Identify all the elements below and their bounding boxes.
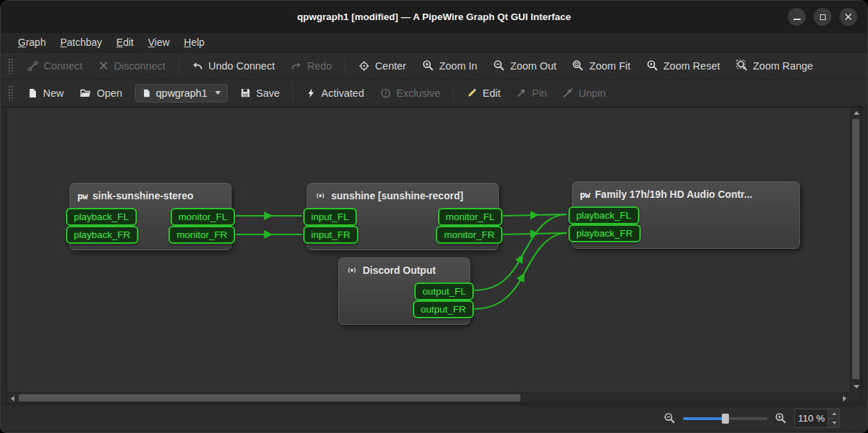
port-output-fl[interactable]: output_FL bbox=[414, 282, 474, 300]
spin-down-button[interactable] bbox=[829, 419, 839, 427]
scroll-left-button[interactable] bbox=[7, 393, 18, 404]
node-header: sunshine [sunshine-record] bbox=[307, 184, 498, 206]
menubar: Graph Patchbay Edit View Help bbox=[1, 33, 867, 52]
vertical-scrollbar[interactable] bbox=[850, 108, 861, 392]
node-discord-output[interactable]: Discord Output output_FL output_FR bbox=[338, 257, 470, 325]
statusbar: 110 % bbox=[1, 405, 867, 431]
unpin-icon bbox=[563, 87, 573, 98]
zoom-slider-handle[interactable] bbox=[722, 414, 729, 424]
port-playback-fl[interactable]: playback_FL bbox=[568, 206, 639, 224]
maximize-icon bbox=[820, 14, 826, 20]
menu-patchbay[interactable]: Patchbay bbox=[53, 34, 109, 51]
unpin-button: Unpin bbox=[556, 83, 612, 103]
undo-connect-button[interactable]: Undo Connect bbox=[186, 56, 282, 76]
patchbay-selector[interactable]: qpwgraph1 bbox=[135, 84, 229, 103]
node-title: Discord Output bbox=[363, 265, 436, 276]
unpin-label: Unpin bbox=[578, 87, 606, 99]
port-playback-fl[interactable]: playback_FL bbox=[66, 208, 137, 226]
node-family-hd-audio[interactable]: pw Family 17h/19h HD Audio Contr... play… bbox=[572, 181, 800, 249]
menu-help[interactable]: Help bbox=[177, 34, 212, 51]
new-button[interactable]: New bbox=[21, 83, 70, 103]
zoom-out-icon bbox=[664, 412, 676, 424]
scroll-right-icon bbox=[843, 396, 846, 401]
zoom-range-button[interactable]: Zoom Range bbox=[730, 55, 820, 76]
pipewire-icon: pw bbox=[580, 189, 590, 200]
port-monitor-fl[interactable]: monitor_FL bbox=[171, 208, 235, 226]
pipewire-icon: pw bbox=[77, 191, 87, 201]
svg-text:f: f bbox=[385, 90, 388, 97]
edit-button[interactable]: Edit bbox=[460, 83, 507, 103]
spin-down-icon bbox=[832, 422, 836, 424]
activated-bolt-icon bbox=[306, 87, 316, 99]
graph-canvas[interactable]: pw sink-sunshine-stereo playback_FL moni… bbox=[7, 108, 850, 392]
redo-button: Redo bbox=[284, 56, 338, 76]
statusbar-zoom-out-button[interactable] bbox=[664, 412, 676, 424]
port-row: playback_FL bbox=[568, 206, 803, 224]
statusbar-zoom-in-button[interactable] bbox=[775, 412, 787, 424]
open-button[interactable]: Open bbox=[73, 83, 128, 103]
zoom-slider[interactable] bbox=[683, 412, 768, 425]
minimize-button[interactable] bbox=[788, 8, 806, 26]
center-button[interactable]: Center bbox=[352, 56, 413, 76]
zoom-out-icon bbox=[493, 60, 505, 72]
center-icon bbox=[358, 60, 370, 72]
pin-icon bbox=[516, 87, 527, 98]
node-header: pw sink-sunshine-stereo bbox=[70, 184, 231, 206]
menu-view[interactable]: View bbox=[140, 34, 176, 51]
qpwgraph-window: qpwgraph1 [modified] — A PipeWire Graph … bbox=[0, 0, 868, 433]
zoom-out-button[interactable]: Zoom Out bbox=[487, 55, 563, 76]
toolbar-separator bbox=[178, 58, 179, 74]
spin-up-button[interactable] bbox=[829, 409, 839, 419]
node-sunshine[interactable]: sunshine [sunshine-record] input_FL moni… bbox=[307, 183, 499, 250]
port-row: output_FL bbox=[335, 282, 474, 300]
center-label: Center bbox=[375, 60, 406, 72]
horizontal-scrollbar[interactable] bbox=[7, 392, 850, 403]
scroll-up-icon bbox=[854, 111, 859, 115]
port-playback-fr[interactable]: playback_FR bbox=[568, 224, 641, 242]
vertical-scroll-handle[interactable] bbox=[852, 119, 859, 379]
zoom-in-button[interactable]: Zoom In bbox=[416, 55, 484, 76]
port-input-fl[interactable]: input_FL bbox=[303, 208, 357, 226]
scroll-up-button[interactable] bbox=[851, 108, 862, 118]
toolbar-grip[interactable] bbox=[8, 58, 13, 74]
window-controls bbox=[788, 1, 857, 33]
activated-button[interactable]: Activated bbox=[300, 83, 371, 103]
node-title: sunshine [sunshine-record] bbox=[331, 190, 463, 201]
scroll-right-button[interactable] bbox=[839, 393, 850, 404]
titlebar[interactable]: qpwgraph1 [modified] — A PipeWire Graph … bbox=[1, 1, 867, 33]
activated-label: Activated bbox=[321, 87, 364, 99]
toolbar-grip[interactable] bbox=[8, 85, 13, 101]
node-sink-sunshine-stereo[interactable]: pw sink-sunshine-stereo playback_FL moni… bbox=[70, 183, 232, 250]
port-row: playback_FR bbox=[568, 224, 803, 242]
node-ports: playback_FL monitor_FL playback_FR monit… bbox=[70, 206, 231, 249]
zoom-range-icon bbox=[736, 60, 748, 72]
port-output-fr[interactable]: output_FR bbox=[413, 300, 474, 318]
port-monitor-fl[interactable]: monitor_FL bbox=[438, 208, 502, 226]
menu-graph[interactable]: Graph bbox=[11, 34, 53, 51]
close-button[interactable] bbox=[839, 8, 857, 26]
maximize-button[interactable] bbox=[814, 8, 831, 26]
zoom-spinbox[interactable]: 110 % bbox=[794, 409, 840, 428]
new-label: New bbox=[43, 87, 64, 99]
zoom-fit-button[interactable]: Zoom Fit bbox=[566, 55, 636, 76]
new-file-icon bbox=[27, 87, 38, 99]
zoom-reset-button[interactable]: Zoom Reset bbox=[640, 55, 727, 76]
zoom-reset-icon bbox=[647, 60, 659, 72]
open-folder-icon bbox=[80, 87, 92, 99]
port-input-fr[interactable]: input_FR bbox=[303, 226, 358, 244]
horizontal-scroll-handle[interactable] bbox=[19, 394, 520, 401]
open-label: Open bbox=[97, 87, 122, 99]
graph-canvas-area: pw sink-sunshine-stereo playback_FL moni… bbox=[6, 107, 862, 404]
port-monitor-fr[interactable]: monitor_FR bbox=[436, 226, 502, 244]
menu-edit[interactable]: Edit bbox=[109, 34, 140, 51]
connect-icon bbox=[27, 60, 39, 72]
scroll-down-button[interactable] bbox=[851, 381, 862, 392]
save-button[interactable]: Save bbox=[234, 83, 286, 103]
save-icon bbox=[240, 87, 251, 98]
port-playback-fr[interactable]: playback_FR bbox=[66, 226, 138, 244]
undo-connect-label: Undo Connect bbox=[209, 60, 275, 72]
port-monitor-fr[interactable]: monitor_FR bbox=[168, 226, 235, 244]
port-row: playback_FL monitor_FL bbox=[66, 208, 235, 225]
pin-button: Pin bbox=[510, 83, 553, 103]
toolbar-separator bbox=[292, 85, 293, 101]
